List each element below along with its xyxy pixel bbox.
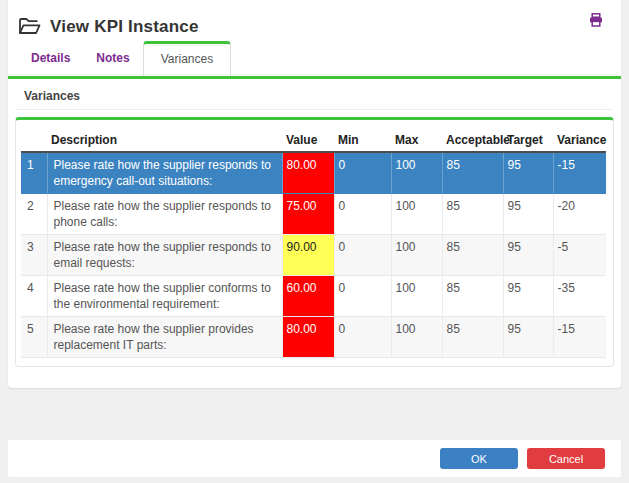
- min-cell: 0: [334, 317, 391, 358]
- dialog-footer: OK Cancel: [8, 440, 621, 477]
- acceptable-cell: 85: [442, 317, 503, 358]
- description-cell: Please rate how the supplier conforms to…: [47, 276, 282, 317]
- column-header: Description: [47, 130, 282, 152]
- min-cell: 0: [334, 235, 391, 276]
- variances-fieldset: DescriptionValueMinMaxAcceptableTargetVa…: [15, 117, 614, 367]
- tab-notes[interactable]: Notes: [83, 51, 142, 76]
- row-number-cell: 3: [21, 235, 47, 276]
- acceptable-cell: 85: [442, 194, 503, 235]
- variance-cell: -15: [553, 317, 606, 358]
- variance-cell: -35: [553, 276, 606, 317]
- table-row[interactable]: 1 Please rate how the supplier responds …: [21, 152, 606, 194]
- value-cell: 60.00: [282, 276, 334, 317]
- variance-cell: -20: [553, 194, 606, 235]
- target-cell: 95: [503, 235, 553, 276]
- table-header-row: DescriptionValueMinMaxAcceptableTargetVa…: [21, 130, 606, 152]
- row-number-cell: 4: [21, 276, 47, 317]
- variances-table: DescriptionValueMinMaxAcceptableTargetVa…: [21, 130, 606, 358]
- column-header: [21, 130, 47, 152]
- print-button[interactable]: [589, 13, 605, 29]
- max-cell: 100: [391, 317, 442, 358]
- target-cell: 95: [503, 317, 553, 358]
- table-body: 1 Please rate how the supplier responds …: [21, 152, 606, 358]
- dialog-header: View KPI Instance: [8, 0, 621, 42]
- min-cell: 0: [334, 152, 391, 194]
- variance-cell: -5: [553, 235, 606, 276]
- description-cell: Please rate how the supplier provides re…: [47, 317, 282, 358]
- description-cell: Please rate how the supplier responds to…: [47, 152, 282, 194]
- row-number-cell: 5: [21, 317, 47, 358]
- min-cell: 0: [334, 276, 391, 317]
- min-cell: 0: [334, 194, 391, 235]
- tab-variances[interactable]: Variances: [143, 41, 231, 76]
- column-header: Max: [391, 130, 442, 152]
- column-header: Variance: [553, 130, 606, 152]
- table-row[interactable]: 5 Please rate how the supplier provides …: [21, 317, 606, 358]
- value-cell: 90.00: [282, 235, 334, 276]
- table-row[interactable]: 4 Please rate how the supplier conforms …: [21, 276, 606, 317]
- open-folder-icon: [18, 17, 41, 36]
- column-header: Value: [282, 130, 334, 152]
- column-header: Target: [503, 130, 553, 152]
- max-cell: 100: [391, 194, 442, 235]
- value-cell: 80.00: [282, 317, 334, 358]
- max-cell: 100: [391, 276, 442, 317]
- section-title: Variances: [16, 79, 613, 110]
- ok-button[interactable]: OK: [440, 448, 518, 469]
- acceptable-cell: 85: [442, 152, 503, 194]
- target-cell: 95: [503, 152, 553, 194]
- print-icon: [589, 13, 603, 29]
- target-cell: 95: [503, 276, 553, 317]
- variance-cell: -15: [553, 152, 606, 194]
- column-header: Acceptable: [442, 130, 503, 152]
- value-cell: 75.00: [282, 194, 334, 235]
- tab-bar: Details Notes Variances: [8, 42, 621, 79]
- max-cell: 100: [391, 152, 442, 194]
- description-cell: Please rate how the supplier responds to…: [47, 235, 282, 276]
- description-cell: Please rate how the supplier responds to…: [47, 194, 282, 235]
- acceptable-cell: 85: [442, 235, 503, 276]
- acceptable-cell: 85: [442, 276, 503, 317]
- table-row[interactable]: 2 Please rate how the supplier responds …: [21, 194, 606, 235]
- view-kpi-instance-dialog: View KPI Instance Details Notes Variance…: [8, 0, 621, 388]
- cancel-button[interactable]: Cancel: [527, 448, 605, 469]
- row-number-cell: 1: [21, 152, 47, 194]
- column-header: Min: [334, 130, 391, 152]
- row-number-cell: 2: [21, 194, 47, 235]
- tab-details[interactable]: Details: [18, 51, 83, 76]
- page-title: View KPI Instance: [50, 17, 199, 37]
- max-cell: 100: [391, 235, 442, 276]
- table-row[interactable]: 3 Please rate how the supplier responds …: [21, 235, 606, 276]
- value-cell: 80.00: [282, 152, 334, 194]
- target-cell: 95: [503, 194, 553, 235]
